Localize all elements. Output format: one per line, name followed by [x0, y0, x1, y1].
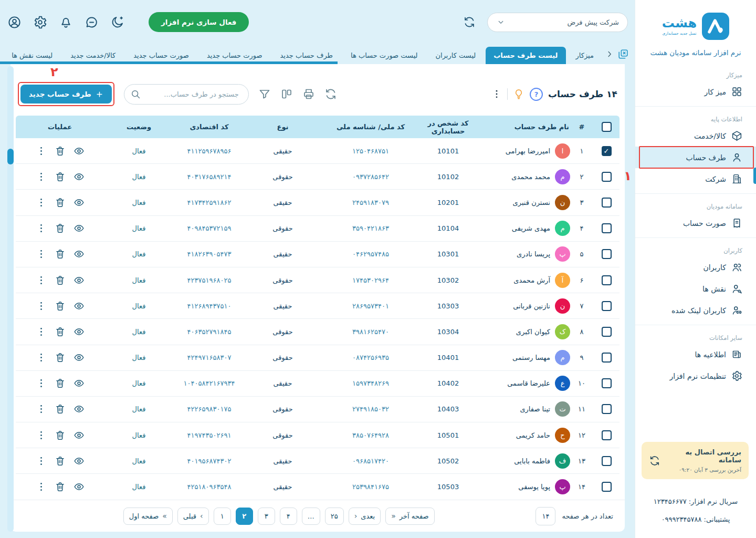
- close-all-tabs-icon[interactable]: [617, 48, 629, 60]
- tabs-scroll-left-icon[interactable]: [0, 49, 1, 59]
- toolbar-more-icon[interactable]: [491, 89, 502, 99]
- chat-icon[interactable]: [85, 15, 99, 29]
- page-button-۴[interactable]: ۴: [280, 508, 297, 525]
- activate-software-button[interactable]: فعال سازی نرم افزار: [149, 12, 249, 32]
- delete-trash-icon[interactable]: [55, 301, 66, 312]
- sidebar-item-2-0[interactable]: صورت حساب: [635, 212, 756, 234]
- sidebar-item-3-2[interactable]: کاربران لینک شده: [635, 299, 756, 321]
- row-more-icon[interactable]: [36, 197, 47, 208]
- page-button-۲۵[interactable]: ۲۵: [325, 508, 344, 525]
- row-checkbox[interactable]: [602, 378, 612, 388]
- tab-1[interactable]: لیست طرف حساب: [486, 47, 565, 64]
- row-more-icon[interactable]: [36, 171, 47, 182]
- next-page-button[interactable]: بعدی ‹: [349, 508, 381, 525]
- row-checkbox[interactable]: [602, 404, 612, 414]
- view-eye-icon[interactable]: [74, 171, 85, 182]
- gear-icon[interactable]: [33, 15, 47, 29]
- vertical-scrollbar-track[interactable]: [7, 66, 14, 532]
- view-eye-icon[interactable]: [74, 146, 85, 157]
- last-page-button[interactable]: صفحه آخر «: [385, 508, 435, 525]
- sidebar-item-4-0[interactable]: اطلاعیه ها: [635, 344, 756, 365]
- sidebar-item-1-1[interactable]: طرف حساب: [635, 147, 756, 168]
- sidebar-item-1-2[interactable]: شرکت: [635, 168, 756, 190]
- view-eye-icon[interactable]: [74, 197, 85, 208]
- page-button-۳[interactable]: ۳: [258, 508, 275, 525]
- view-eye-icon[interactable]: [74, 301, 85, 312]
- tab-2[interactable]: لیست کاربران: [428, 47, 484, 64]
- delete-trash-icon[interactable]: [55, 197, 66, 208]
- delete-trash-icon[interactable]: [55, 404, 66, 415]
- filter-icon[interactable]: [258, 88, 271, 100]
- tab-3[interactable]: لیست صورت حساب ها: [343, 47, 426, 64]
- delete-trash-icon[interactable]: [55, 481, 66, 492]
- row-more-icon[interactable]: [36, 481, 47, 492]
- page-button-۲[interactable]: ۲: [236, 508, 253, 525]
- view-eye-icon[interactable]: [74, 223, 85, 234]
- sidebar-item-3-0[interactable]: کاربران: [635, 256, 756, 278]
- view-eye-icon[interactable]: [74, 456, 85, 467]
- sidebar-item-3-1[interactable]: نقش ها: [635, 278, 756, 299]
- row-more-icon[interactable]: [36, 404, 47, 415]
- sidebar-item-4-1[interactable]: تنظیمات نرم افزار: [635, 365, 756, 387]
- row-more-icon[interactable]: [36, 249, 47, 260]
- sidebar-item-1-0[interactable]: کالا/خدمت: [635, 125, 756, 147]
- search-input[interactable]: [124, 84, 249, 105]
- view-eye-icon[interactable]: [74, 275, 85, 286]
- row-checkbox[interactable]: [602, 301, 612, 311]
- company-refresh-icon[interactable]: [463, 16, 476, 28]
- view-eye-icon[interactable]: [74, 378, 85, 389]
- delete-trash-icon[interactable]: [55, 275, 66, 286]
- first-page-button[interactable]: » صفحه اول: [123, 508, 173, 525]
- row-checkbox[interactable]: ✓: [602, 146, 612, 156]
- delete-trash-icon[interactable]: [55, 171, 66, 182]
- row-checkbox[interactable]: [602, 249, 612, 259]
- delete-trash-icon[interactable]: [55, 430, 66, 441]
- sidebar-item-0-0[interactable]: میز کار: [635, 81, 756, 102]
- row-checkbox[interactable]: [602, 172, 612, 182]
- row-checkbox[interactable]: [602, 275, 612, 285]
- vertical-scrollbar-thumb[interactable]: [7, 149, 14, 164]
- row-more-icon[interactable]: [36, 430, 47, 441]
- delete-trash-icon[interactable]: [55, 456, 66, 467]
- row-more-icon[interactable]: [36, 456, 47, 467]
- row-checkbox[interactable]: [602, 327, 612, 337]
- row-more-icon[interactable]: [36, 223, 47, 234]
- delete-trash-icon[interactable]: [55, 352, 66, 363]
- tab-0[interactable]: میزکار: [568, 47, 602, 64]
- help-icon[interactable]: ?: [530, 88, 543, 101]
- new-party-button[interactable]: طرف حساب جدید: [20, 85, 112, 104]
- refresh-icon[interactable]: [324, 88, 337, 100]
- row-checkbox[interactable]: [602, 198, 612, 208]
- row-more-icon[interactable]: [36, 352, 47, 363]
- row-checkbox[interactable]: [602, 353, 612, 363]
- row-more-icon[interactable]: [36, 301, 47, 312]
- row-checkbox[interactable]: [602, 430, 612, 440]
- prev-page-button[interactable]: › قبلی: [177, 508, 209, 525]
- select-all-checkbox[interactable]: [602, 122, 612, 132]
- row-checkbox[interactable]: [602, 456, 612, 466]
- dark-mode-moon-icon[interactable]: [110, 15, 124, 29]
- view-eye-icon[interactable]: [74, 481, 85, 492]
- profile-icon[interactable]: [7, 15, 22, 29]
- tabs-scroll-right-icon[interactable]: [605, 49, 614, 59]
- view-eye-icon[interactable]: [74, 404, 85, 415]
- row-more-icon[interactable]: [36, 275, 47, 286]
- print-icon[interactable]: [302, 88, 315, 100]
- per-page-value[interactable]: ۱۴: [536, 507, 555, 525]
- lightbulb-icon[interactable]: [513, 88, 524, 100]
- delete-trash-icon[interactable]: [55, 326, 66, 337]
- view-eye-icon[interactable]: [74, 430, 85, 441]
- delete-trash-icon[interactable]: [55, 249, 66, 260]
- row-checkbox[interactable]: [602, 223, 612, 233]
- bell-icon[interactable]: [59, 15, 73, 29]
- page-button-۱[interactable]: ۱: [214, 508, 231, 525]
- page-ellipsis-button[interactable]: …: [302, 508, 320, 525]
- delete-trash-icon[interactable]: [55, 146, 66, 157]
- connection-refresh-icon[interactable]: [649, 455, 660, 467]
- card-view-icon[interactable]: [280, 88, 293, 100]
- row-more-icon[interactable]: [36, 378, 47, 389]
- view-eye-icon[interactable]: [74, 249, 85, 260]
- company-select[interactable]: شرکت پیش فرض: [487, 13, 628, 32]
- delete-trash-icon[interactable]: [55, 378, 66, 389]
- row-more-icon[interactable]: [36, 146, 47, 157]
